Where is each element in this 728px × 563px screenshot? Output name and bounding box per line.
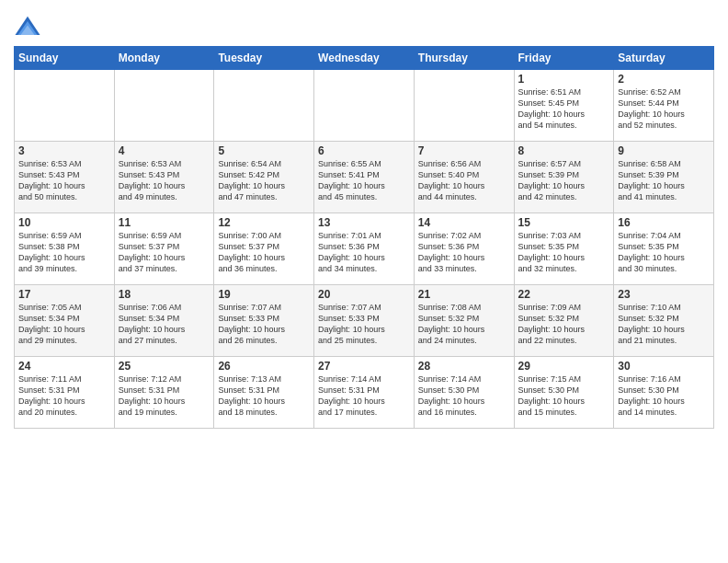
day-number: 10 xyxy=(18,216,110,229)
day-info: Sunrise: 7:07 AM Sunset: 5:33 PM Dayligh… xyxy=(318,302,410,347)
day-number: 22 xyxy=(518,288,610,301)
day-cell-1: 1Sunrise: 6:51 AM Sunset: 5:45 PM Daylig… xyxy=(514,70,614,142)
week-row-1: 3Sunrise: 6:53 AM Sunset: 5:43 PM Daylig… xyxy=(15,142,714,213)
day-info: Sunrise: 6:58 AM Sunset: 5:39 PM Dayligh… xyxy=(618,158,710,203)
day-cell-20: 20Sunrise: 7:07 AM Sunset: 5:33 PM Dayli… xyxy=(314,285,415,357)
day-number: 4 xyxy=(119,144,210,157)
day-number: 25 xyxy=(119,360,210,373)
week-row-0: 1Sunrise: 6:51 AM Sunset: 5:45 PM Daylig… xyxy=(15,70,714,142)
day-cell-27: 27Sunrise: 7:14 AM Sunset: 5:31 PM Dayli… xyxy=(314,357,415,429)
weekday-header-monday: Monday xyxy=(114,47,214,70)
day-number: 27 xyxy=(318,360,410,373)
day-info: Sunrise: 6:51 AM Sunset: 5:45 PM Dayligh… xyxy=(518,86,610,132)
day-info: Sunrise: 7:14 AM Sunset: 5:31 PM Dayligh… xyxy=(318,373,410,419)
day-cell-6: 6Sunrise: 6:55 AM Sunset: 5:41 PM Daylig… xyxy=(314,142,415,213)
day-number: 15 xyxy=(518,216,610,229)
day-info: Sunrise: 7:11 AM Sunset: 5:31 PM Dayligh… xyxy=(18,373,110,419)
day-info: Sunrise: 7:07 AM Sunset: 5:33 PM Dayligh… xyxy=(218,302,310,347)
empty-cell xyxy=(314,70,415,142)
day-number: 30 xyxy=(618,360,710,373)
day-info: Sunrise: 7:05 AM Sunset: 5:34 PM Dayligh… xyxy=(18,302,110,347)
weekday-header-tuesday: Tuesday xyxy=(214,47,314,70)
day-number: 7 xyxy=(418,144,510,157)
header xyxy=(14,9,714,40)
day-number: 21 xyxy=(418,288,510,301)
day-cell-12: 12Sunrise: 7:00 AM Sunset: 5:37 PM Dayli… xyxy=(214,213,314,285)
day-info: Sunrise: 7:13 AM Sunset: 5:31 PM Dayligh… xyxy=(218,373,310,419)
day-number: 13 xyxy=(318,216,410,229)
day-cell-18: 18Sunrise: 7:06 AM Sunset: 5:34 PM Dayli… xyxy=(114,285,214,357)
day-number: 18 xyxy=(119,288,210,301)
day-info: Sunrise: 6:57 AM Sunset: 5:39 PM Dayligh… xyxy=(518,158,610,203)
day-cell-14: 14Sunrise: 7:02 AM Sunset: 5:36 PM Dayli… xyxy=(414,213,514,285)
day-cell-11: 11Sunrise: 6:59 AM Sunset: 5:37 PM Dayli… xyxy=(114,213,214,285)
day-cell-5: 5Sunrise: 6:54 AM Sunset: 5:42 PM Daylig… xyxy=(214,142,314,213)
day-cell-3: 3Sunrise: 6:53 AM Sunset: 5:43 PM Daylig… xyxy=(15,142,115,213)
weekday-header-sunday: Sunday xyxy=(15,47,115,70)
day-number: 6 xyxy=(318,144,410,157)
day-cell-29: 29Sunrise: 7:15 AM Sunset: 5:30 PM Dayli… xyxy=(514,357,614,429)
day-number: 17 xyxy=(18,288,110,301)
day-number: 29 xyxy=(518,360,610,373)
day-number: 19 xyxy=(218,288,310,301)
day-info: Sunrise: 7:10 AM Sunset: 5:32 PM Dayligh… xyxy=(618,302,710,347)
day-cell-21: 21Sunrise: 7:08 AM Sunset: 5:32 PM Dayli… xyxy=(414,285,514,357)
day-number: 20 xyxy=(318,288,410,301)
day-number: 14 xyxy=(418,216,510,229)
day-info: Sunrise: 7:15 AM Sunset: 5:30 PM Dayligh… xyxy=(518,373,610,419)
day-info: Sunrise: 7:02 AM Sunset: 5:36 PM Dayligh… xyxy=(418,230,510,275)
day-cell-16: 16Sunrise: 7:04 AM Sunset: 5:35 PM Dayli… xyxy=(614,213,714,285)
day-cell-10: 10Sunrise: 6:59 AM Sunset: 5:38 PM Dayli… xyxy=(15,213,115,285)
week-row-2: 10Sunrise: 6:59 AM Sunset: 5:38 PM Dayli… xyxy=(15,213,714,285)
day-cell-8: 8Sunrise: 6:57 AM Sunset: 5:39 PM Daylig… xyxy=(514,142,614,213)
day-info: Sunrise: 7:01 AM Sunset: 5:36 PM Dayligh… xyxy=(318,230,410,275)
day-cell-26: 26Sunrise: 7:13 AM Sunset: 5:31 PM Dayli… xyxy=(214,357,314,429)
day-number: 9 xyxy=(618,144,710,157)
weekday-header-saturday: Saturday xyxy=(614,47,714,70)
empty-cell xyxy=(414,70,514,142)
day-cell-28: 28Sunrise: 7:14 AM Sunset: 5:30 PM Dayli… xyxy=(414,357,514,429)
day-info: Sunrise: 6:53 AM Sunset: 5:43 PM Dayligh… xyxy=(18,158,110,203)
day-number: 26 xyxy=(218,360,310,373)
day-info: Sunrise: 7:00 AM Sunset: 5:37 PM Dayligh… xyxy=(218,230,310,275)
logo-icon xyxy=(14,13,41,40)
day-cell-23: 23Sunrise: 7:10 AM Sunset: 5:32 PM Dayli… xyxy=(614,285,714,357)
day-cell-22: 22Sunrise: 7:09 AM Sunset: 5:32 PM Dayli… xyxy=(514,285,614,357)
day-info: Sunrise: 6:55 AM Sunset: 5:41 PM Dayligh… xyxy=(318,158,410,203)
day-number: 2 xyxy=(618,73,710,86)
day-number: 8 xyxy=(518,144,610,157)
day-cell-9: 9Sunrise: 6:58 AM Sunset: 5:39 PM Daylig… xyxy=(614,142,714,213)
day-cell-13: 13Sunrise: 7:01 AM Sunset: 5:36 PM Dayli… xyxy=(314,213,415,285)
day-number: 23 xyxy=(618,288,710,301)
empty-cell xyxy=(214,70,314,142)
day-number: 11 xyxy=(119,216,210,229)
day-info: Sunrise: 6:52 AM Sunset: 5:44 PM Dayligh… xyxy=(618,86,710,132)
day-info: Sunrise: 7:03 AM Sunset: 5:35 PM Dayligh… xyxy=(518,230,610,275)
empty-cell xyxy=(114,70,214,142)
empty-cell xyxy=(15,70,115,142)
day-info: Sunrise: 6:53 AM Sunset: 5:43 PM Dayligh… xyxy=(119,158,210,203)
day-cell-24: 24Sunrise: 7:11 AM Sunset: 5:31 PM Dayli… xyxy=(15,357,115,429)
day-number: 16 xyxy=(618,216,710,229)
day-info: Sunrise: 7:12 AM Sunset: 5:31 PM Dayligh… xyxy=(119,373,210,419)
weekday-header-thursday: Thursday xyxy=(414,47,514,70)
week-row-3: 17Sunrise: 7:05 AM Sunset: 5:34 PM Dayli… xyxy=(15,285,714,357)
day-number: 5 xyxy=(218,144,310,157)
day-cell-2: 2Sunrise: 6:52 AM Sunset: 5:44 PM Daylig… xyxy=(614,70,714,142)
page-container: SundayMondayTuesdayWednesdayThursdayFrid… xyxy=(0,0,728,438)
day-cell-7: 7Sunrise: 6:56 AM Sunset: 5:40 PM Daylig… xyxy=(414,142,514,213)
day-info: Sunrise: 6:59 AM Sunset: 5:37 PM Dayligh… xyxy=(119,230,210,275)
day-info: Sunrise: 7:04 AM Sunset: 5:35 PM Dayligh… xyxy=(618,230,710,275)
logo-area xyxy=(14,9,43,40)
day-info: Sunrise: 6:59 AM Sunset: 5:38 PM Dayligh… xyxy=(18,230,110,275)
day-number: 24 xyxy=(18,360,110,373)
day-info: Sunrise: 6:54 AM Sunset: 5:42 PM Dayligh… xyxy=(218,158,310,203)
day-cell-17: 17Sunrise: 7:05 AM Sunset: 5:34 PM Dayli… xyxy=(15,285,115,357)
day-number: 12 xyxy=(218,216,310,229)
day-info: Sunrise: 7:08 AM Sunset: 5:32 PM Dayligh… xyxy=(418,302,510,347)
day-cell-25: 25Sunrise: 7:12 AM Sunset: 5:31 PM Dayli… xyxy=(114,357,214,429)
calendar-table: SundayMondayTuesdayWednesdayThursdayFrid… xyxy=(14,46,714,429)
day-number: 28 xyxy=(418,360,510,373)
day-info: Sunrise: 7:16 AM Sunset: 5:30 PM Dayligh… xyxy=(618,373,710,419)
weekday-header-wednesday: Wednesday xyxy=(314,47,415,70)
